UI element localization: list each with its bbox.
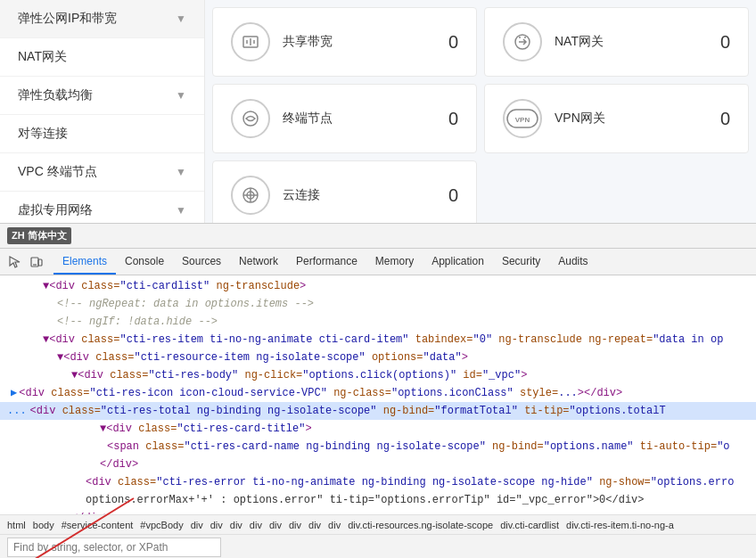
svg-rect-13	[38, 259, 42, 266]
card-name-nat: NAT网关	[555, 34, 711, 50]
breadcrumb-div1[interactable]: div	[191, 520, 203, 530]
tab-application[interactable]: Application	[423, 249, 493, 275]
devtools-topbar: ZH 简体中文	[0, 223, 756, 249]
code-line: ▼<div class="cti-res-card-title">	[0, 420, 756, 438]
code-line: </div>	[0, 455, 756, 473]
code-line: options.errorMax+'+' : options.error" ti…	[0, 491, 756, 509]
tab-security[interactable]: Security	[493, 249, 549, 275]
tab-performance[interactable]: Performance	[287, 249, 366, 275]
breadcrumb-html[interactable]: html	[7, 520, 26, 530]
breadcrumb-vpcbody[interactable]: #vpcBody	[140, 520, 183, 530]
chevron-down-icon: ▼	[176, 166, 186, 178]
breadcrumb-div4[interactable]: div	[250, 520, 262, 530]
tab-audits[interactable]: Audits	[549, 249, 596, 275]
tab-elements[interactable]: Elements	[53, 249, 116, 275]
devtools-tabs: Elements Console Sources Network Perform…	[0, 249, 756, 275]
tab-memory[interactable]: Memory	[366, 249, 423, 275]
device-icon[interactable]	[29, 254, 45, 270]
card-count-vpn: 0	[720, 109, 730, 129]
breadcrumb-div7[interactable]: div	[308, 520, 321, 530]
card-name-vpn: VPN网关	[555, 111, 711, 127]
card-count-endpoint: 0	[448, 109, 458, 129]
code-line: <!-- ngRepeat: data in options.items -->	[0, 295, 756, 313]
tab-network[interactable]: Network	[230, 249, 287, 275]
card-cloud-conn[interactable]: 云连接 0	[212, 160, 477, 223]
sidebar-item-label: 对等连接	[18, 126, 68, 142]
code-line: ▼<div class="cti-cardlist" ng-transclude…	[0, 277, 756, 295]
endpoint-icon	[231, 99, 270, 138]
chevron-down-icon: ▼	[176, 89, 186, 102]
svg-text:VPN: VPN	[515, 116, 530, 124]
card-shared-bw[interactable]: 共享带宽 0	[212, 7, 477, 77]
breadcrumb-div5[interactable]: div	[269, 520, 282, 530]
sidebar: 弹性公网IP和带宽 ▼ NAT网关 弹性负载均衡 ▼ 对等连接 VPC 终端节点…	[0, 0, 205, 223]
card-name-shared-bw: 共享带宽	[283, 34, 440, 50]
breadcrumb-div6[interactable]: div	[289, 520, 301, 530]
breadcrumb-bar: html body #service-content #vpcBody div …	[0, 514, 756, 534]
card-vpn-gw[interactable]: VPN VPN网关 0	[484, 84, 749, 153]
devtools-content: ▼<div class="cti-cardlist" ng-transclude…	[0, 275, 756, 514]
breadcrumb-div3[interactable]: div	[230, 520, 242, 530]
find-input[interactable]	[7, 537, 221, 557]
devtools-wrapper: Elements Console Sources Network Perform…	[0, 249, 756, 558]
code-line: ▼<div class="cti-resource-item ng-isolat…	[0, 349, 756, 366]
breadcrumb-service-content[interactable]: #service-content	[62, 520, 134, 530]
sidebar-item-label: 弹性公网IP和带宽	[18, 11, 117, 27]
breadcrumb-body[interactable]: body	[33, 520, 54, 530]
breadcrumb-cti-cardlist[interactable]: div.cti-cardlist	[500, 520, 559, 530]
sidebar-item-elb[interactable]: 弹性负载均衡 ▼	[0, 77, 204, 115]
breadcrumb-div8[interactable]: div	[328, 520, 341, 530]
code-area: ▼<div class="cti-cardlist" ng-transclude…	[0, 275, 756, 514]
breadcrumb-cti-resources[interactable]: div.cti-resources.ng-isolate-scope	[348, 520, 493, 530]
card-count-cloud-conn: 0	[448, 185, 458, 206]
card-name-cloud-conn: 云连接	[283, 187, 440, 203]
devtools-tab-icons	[7, 254, 45, 270]
breadcrumb-div2[interactable]: div	[210, 520, 223, 530]
main-content: 共享带宽 0 NAT网关 0	[205, 0, 756, 223]
code-line: <div class="cti-res-error ti-no-ng-anima…	[0, 473, 756, 491]
tab-sources[interactable]: Sources	[173, 249, 230, 275]
cards-grid: 共享带宽 0 NAT网关 0	[205, 0, 756, 223]
sidebar-item-peering[interactable]: 对等连接	[0, 115, 204, 153]
selected-code-line[interactable]: ... <div class="cti-res-total ng-binding…	[0, 402, 756, 420]
code-line: ▼<div class="cti-res-item ti-no-ng-anima…	[0, 331, 756, 349]
card-nat-gw[interactable]: NAT网关 0	[484, 7, 749, 77]
code-line: <!-- ngIf: !data.hide -->	[0, 313, 756, 331]
tab-console[interactable]: Console	[116, 249, 173, 275]
chevron-down-icon: ▼	[176, 204, 186, 217]
sidebar-item-vpc-endpoint[interactable]: VPC 终端节点 ▼	[0, 153, 204, 192]
inspect-icon[interactable]	[7, 254, 23, 270]
code-line: ▶ <div class="cti-res-icon icon-cloud-se…	[0, 384, 756, 402]
sidebar-item-vpn[interactable]: 虚拟专用网络 ▼	[0, 192, 204, 223]
sidebar-item-label: NAT网关	[18, 49, 67, 65]
card-endpoint[interactable]: 终端节点 0	[212, 84, 477, 153]
card-name-endpoint: 终端节点	[283, 111, 440, 127]
chevron-down-icon: ▼	[176, 12, 186, 25]
sidebar-item-nat[interactable]: NAT网关	[0, 38, 204, 77]
breadcrumb-cti-res-item[interactable]: div.cti-res-item.ti-no-ng-a	[566, 520, 674, 530]
devtools-panel: Elements Console Sources Network Perform…	[0, 249, 756, 558]
nat-icon	[503, 22, 542, 62]
sidebar-item-eip[interactable]: 弹性公网IP和带宽 ▼	[0, 0, 204, 38]
find-bar	[0, 534, 756, 558]
sidebar-item-label: 虚拟专用网络	[18, 202, 93, 218]
vpn-icon: VPN	[503, 99, 542, 138]
sidebar-item-label: 弹性负载均衡	[18, 87, 93, 103]
cloud-conn-icon	[231, 176, 270, 215]
code-line: <span class="cti-res-card-name ng-bindin…	[0, 438, 756, 455]
lang-badge[interactable]: ZH 简体中文	[7, 227, 71, 244]
card-count-nat: 0	[720, 32, 730, 53]
card-count-shared-bw: 0	[448, 32, 458, 53]
sidebar-item-label: VPC 终端节点	[18, 164, 97, 180]
shared-bw-icon	[231, 22, 270, 62]
code-line: ▼<div class="cti-res-body" ng-click="opt…	[0, 366, 756, 384]
